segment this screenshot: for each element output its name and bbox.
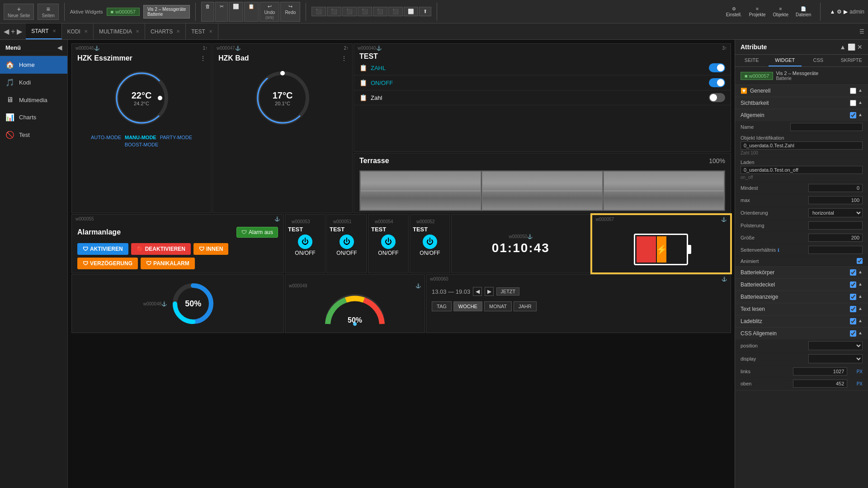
tab-kodi-close[interactable]: ✕	[84, 29, 88, 34]
align-btn5[interactable]: ⬛	[373, 7, 387, 16]
tab-add-btn[interactable]: +	[11, 28, 15, 36]
rp-close-btn[interactable]: ✕	[857, 43, 863, 51]
undo-button[interactable]: ↩ Undo (9/9)	[259, 2, 279, 22]
tab-start[interactable]: START ✕	[26, 23, 61, 39]
verzogerung-btn[interactable]: 🛡 VERZÖGERUNG	[77, 258, 138, 269]
sichtbarkeit-check[interactable]	[850, 100, 856, 106]
attr-display-select[interactable]: block	[808, 354, 863, 363]
tab-multimedia-close[interactable]: ✕	[136, 29, 139, 34]
section-batterie-deckel-header[interactable]: Batteriedeckel ▲	[735, 279, 868, 291]
sidebar-item-multimedia[interactable]: 🖥 Multimedia	[0, 91, 67, 108]
attr-tab-css[interactable]: CSS	[802, 55, 835, 66]
rp-restore-btn[interactable]: ⬜	[848, 43, 855, 51]
section-batterieanzeige-header[interactable]: Batterieanzeige ▲	[735, 291, 868, 303]
period-monat[interactable]: MONAT	[484, 301, 512, 311]
projekte-button[interactable]: ≡ Projekte	[749, 6, 766, 17]
generell-check[interactable]	[850, 88, 856, 94]
sidebar-toggle-btn[interactable]: ◀	[57, 44, 62, 51]
sidebar-item-charts[interactable]: 📊 Charts	[0, 108, 67, 126]
allgemein-check[interactable]	[850, 112, 856, 118]
attr-oben-input[interactable]	[793, 380, 847, 388]
attr-orient-select[interactable]: horizontal vertical	[808, 208, 863, 217]
period-tag[interactable]: TAG	[432, 301, 452, 311]
attr-name-input[interactable]	[790, 123, 863, 131]
attr-seitenverh-input[interactable]	[808, 246, 863, 254]
batterie-korper-check[interactable]	[850, 269, 856, 276]
sidebar-item-home[interactable]: 🏠 Home	[0, 56, 67, 74]
attr-tab-widget[interactable]: WIDGET	[769, 55, 802, 66]
section-sichtbarkeit-header[interactable]: Sichtbarkeit ▲	[735, 97, 868, 109]
tab-kodi[interactable]: KODI ✕	[62, 23, 94, 39]
power-icon-1[interactable]: ⏻	[298, 235, 312, 249]
align-btn2[interactable]: ⬛	[327, 7, 341, 16]
batterie-deckel-check[interactable]	[850, 282, 856, 288]
attr-laden-input[interactable]	[741, 166, 863, 174]
paste-button[interactable]: 📋	[244, 2, 259, 22]
tab-hamburger[interactable]: ☰	[859, 28, 864, 35]
attr-position-select[interactable]: absolute	[808, 341, 863, 350]
thermostat-bad-dial[interactable]: 17°C 20.1°C	[253, 69, 312, 127]
attr-grosse-input[interactable]	[808, 234, 863, 242]
tab-charts[interactable]: CHARTS ✕	[145, 23, 186, 39]
party-mode-btn[interactable]: PARTY-MODE	[160, 135, 192, 140]
align-btn1[interactable]: ⬛	[311, 7, 326, 16]
align-btn3[interactable]: ⬛	[342, 7, 357, 16]
alarm-off-btn[interactable]: 🛡 Alarm aus	[236, 227, 278, 238]
toggle-zahl2[interactable]	[709, 93, 725, 102]
tab-start-close[interactable]: ✕	[52, 28, 56, 33]
section-allgemein-header[interactable]: Allgemein ▲	[735, 109, 868, 121]
power-icon-2[interactable]: ⏻	[340, 235, 354, 249]
section-css-allgemein-header[interactable]: CSS Allgemein ▲	[735, 328, 868, 339]
sidebar-item-test[interactable]: 🚫 Test	[0, 126, 67, 144]
boost-mode-btn[interactable]: BOOST-MODE	[125, 142, 159, 147]
innen-btn[interactable]: 🛡 INNEN	[193, 243, 228, 255]
tab-test[interactable]: TEST ✕	[186, 23, 218, 39]
power-icon-3[interactable]: ⏻	[381, 235, 396, 249]
align-btn4[interactable]: ⬛	[358, 7, 372, 16]
thermostat-esszimmer-dial[interactable]: 22°C 24.2°C	[112, 69, 171, 127]
section-ladeblitz-header[interactable]: Ladeblitz ▲	[735, 315, 868, 327]
attr-animiert-check[interactable]	[857, 258, 863, 264]
batterieanzeige-check[interactable]	[850, 294, 856, 300]
align-btn6[interactable]: ⬛	[388, 7, 403, 16]
date-next-btn[interactable]: ▶	[485, 287, 494, 296]
rp-up-btn[interactable]: ▲	[840, 43, 846, 51]
hzk-bad-menu[interactable]: ⋮	[341, 55, 347, 61]
tab-charts-close[interactable]: ✕	[176, 29, 180, 34]
power-icon-4[interactable]: ⏻	[423, 235, 437, 249]
section-generell-header[interactable]: 🔽 Generell ▲	[735, 85, 868, 97]
cut-button[interactable]: ✂	[215, 2, 228, 22]
delete-button[interactable]: 🗑	[201, 2, 214, 22]
attr-tab-skripte[interactable]: SKRIPTE	[835, 55, 868, 66]
css-allgemein-check[interactable]	[850, 330, 856, 337]
attr-links-input[interactable]	[793, 367, 847, 375]
seiten-button[interactable]: ≡ Seiten	[38, 4, 58, 20]
text-lesen-check[interactable]	[850, 306, 856, 312]
toggle-zahl[interactable]	[709, 63, 725, 72]
tab-multimedia[interactable]: MULTIMEDIA ✕	[94, 23, 145, 39]
tab-test-close[interactable]: ✕	[209, 29, 212, 34]
attr-objekt-input[interactable]	[741, 141, 863, 150]
neue-seite-button[interactable]: + Neue Seite	[4, 4, 34, 20]
export-btn[interactable]: ⬜	[404, 7, 418, 16]
deaktivieren-btn[interactable]: 🔴 DEAKTIVIEREN	[131, 243, 191, 255]
copy-button[interactable]: ⬜	[229, 2, 243, 22]
sidebar-item-kodi[interactable]: 🎵 Kodi	[0, 74, 67, 91]
attr-tab-seite[interactable]: SEITE	[735, 55, 769, 66]
dateien-button[interactable]: 📄 Dateien	[796, 6, 811, 17]
period-jahr[interactable]: JAHR	[514, 301, 537, 311]
attr-mindest-input[interactable]	[808, 184, 863, 192]
einstell-button[interactable]: ⚙ Einstell.	[726, 6, 742, 17]
tab-right-btn[interactable]: ▶	[17, 27, 22, 36]
toggle-onoff[interactable]	[709, 78, 725, 87]
attr-polsterung-input[interactable]	[808, 221, 863, 230]
date-prev-btn[interactable]: ◀	[473, 287, 482, 296]
section-batterie-korper-header[interactable]: Batteriekörper ▲	[735, 267, 868, 278]
objekte-button[interactable]: ≡ Objekte	[773, 6, 788, 17]
section-text-lesen-header[interactable]: Text lesen ▲	[735, 303, 868, 315]
auto-mode-btn[interactable]: AUTO-MODE	[91, 135, 121, 140]
tab-left-btn[interactable]: ◀	[4, 27, 9, 36]
redo-button[interactable]: ↪ Redo	[280, 2, 300, 22]
jetzt-btn[interactable]: JETZT	[496, 287, 519, 296]
period-woche[interactable]: WOCHE	[453, 301, 482, 311]
